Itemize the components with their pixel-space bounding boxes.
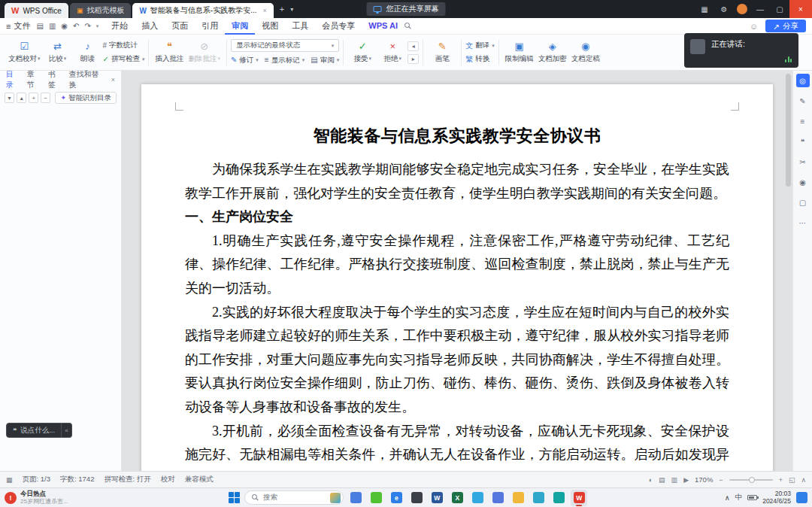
taskbar-search-box[interactable]: 搜索 bbox=[244, 490, 344, 505]
insert-comment-button[interactable]: ❝ 插入批注 bbox=[153, 37, 186, 68]
next-change-button[interactable]: ▸ bbox=[408, 54, 419, 64]
spellcheck-indicator[interactable]: 拼写检查: 打开 bbox=[104, 475, 150, 484]
chat-input[interactable]: ❝ 说点什么... bbox=[6, 423, 62, 438]
zoom-slider-thumb[interactable] bbox=[749, 477, 755, 483]
word-count-button[interactable]: # 字数统计 bbox=[103, 41, 145, 51]
print-icon[interactable]: ▥ bbox=[49, 22, 56, 30]
today-hotspot-widget[interactable]: ! 今日热点 25岁网红遭杀害... bbox=[5, 490, 96, 505]
search-icon[interactable] bbox=[404, 23, 411, 29]
outline-icon[interactable]: ≡ bbox=[796, 114, 810, 128]
tab-member[interactable]: 会员专享 bbox=[315, 18, 362, 35]
tab-review[interactable]: 审阅 bbox=[225, 18, 255, 35]
redo-icon[interactable]: ↷ bbox=[84, 22, 90, 30]
doc-proofread-button[interactable]: ☑ 文档校对▾ bbox=[6, 37, 43, 68]
accept-change-button[interactable]: ✓ 接受▾ bbox=[347, 37, 377, 68]
taskbar-app-11[interactable] bbox=[550, 490, 567, 506]
taskbar-app-5[interactable]: W bbox=[429, 490, 445, 506]
sidebar-tab-find-replace[interactable]: 查找和替换 bbox=[69, 69, 105, 90]
tab-insert[interactable]: 插入 bbox=[135, 18, 165, 35]
file-menu[interactable]: ≡ 文件 bbox=[6, 20, 30, 32]
collapse-chat-icon[interactable]: « bbox=[62, 423, 72, 438]
tab-tools[interactable]: 工具 bbox=[285, 18, 315, 35]
pen-icon[interactable]: ✎ bbox=[796, 94, 810, 108]
save-icon[interactable]: ▤ bbox=[36, 22, 43, 30]
taskbar-app-10[interactable] bbox=[530, 490, 547, 506]
feedback-icon[interactable]: ☺ bbox=[750, 22, 758, 31]
quick-tools-chevron-icon[interactable]: ▾ bbox=[96, 23, 99, 29]
taskbar-app-wps[interactable]: W bbox=[571, 490, 587, 506]
spell-check-button[interactable]: ✓ 拼写检查 ▾ bbox=[103, 54, 145, 65]
taskbar-app-9[interactable] bbox=[510, 490, 526, 506]
zoom-level[interactable]: 170% bbox=[695, 475, 713, 484]
preview-icon[interactable]: ◉ bbox=[61, 22, 68, 30]
tab-page[interactable]: 页面 bbox=[165, 18, 195, 35]
tab-view[interactable]: 视图 bbox=[255, 18, 285, 35]
close-button[interactable]: × bbox=[789, 0, 812, 18]
avatar[interactable] bbox=[737, 4, 747, 14]
comment-icon[interactable]: ❝ bbox=[796, 135, 810, 148]
tab-wps-home[interactable]: W WPS Office bbox=[5, 3, 68, 18]
sidebar-tab-contents[interactable]: 目录 bbox=[6, 69, 20, 90]
zoom-out-outline-button[interactable]: − bbox=[41, 93, 50, 103]
taskbar-app-1[interactable] bbox=[347, 490, 364, 506]
stamp-icon[interactable]: ◉ bbox=[796, 175, 810, 189]
shape-icon[interactable]: ▢ bbox=[796, 196, 810, 209]
more-icon[interactable]: ⋯ bbox=[796, 216, 810, 229]
show-markup-button[interactable]: ≡ 显示标记 ▾ bbox=[265, 55, 304, 65]
previous-change-button[interactable]: ◂ bbox=[408, 41, 419, 51]
convert-button[interactable]: 繁 转换 bbox=[465, 54, 495, 65]
tab-docer-templates[interactable]: ▣ 找稻壳模板 bbox=[70, 3, 132, 18]
share-button[interactable]: ↗ 分享 bbox=[765, 20, 806, 32]
expand-all-button[interactable]: ▴ bbox=[17, 93, 26, 103]
translate-button[interactable]: 文 翻译 ▾ bbox=[465, 41, 495, 51]
collapse-toolbar-icon[interactable]: ∧ bbox=[801, 476, 806, 484]
review-pane-button[interactable]: ▤ 审阅 ▾ bbox=[311, 55, 339, 65]
close-tab-icon[interactable]: × bbox=[263, 7, 267, 14]
minimize-button[interactable]: — bbox=[750, 0, 770, 18]
undo-icon[interactable]: ↶ bbox=[73, 22, 79, 30]
zoom-out-button[interactable]: − bbox=[719, 476, 723, 484]
compare-button[interactable]: ⇄ 比较▾ bbox=[43, 37, 73, 68]
locate-icon[interactable]: ◎ bbox=[796, 74, 810, 87]
zoom-slider[interactable] bbox=[729, 479, 773, 481]
tray-expand-icon[interactable]: ∧ bbox=[725, 493, 730, 502]
start-button[interactable] bbox=[227, 491, 241, 505]
gear-icon[interactable]: ⚙ bbox=[714, 0, 734, 18]
proofread-indicator[interactable]: 校对 bbox=[161, 475, 175, 484]
workspace-icon[interactable]: ▦ bbox=[695, 0, 714, 18]
battery-icon[interactable] bbox=[747, 495, 757, 500]
zoom-in-button[interactable]: + bbox=[779, 476, 783, 484]
taskbar-app-6[interactable]: X bbox=[449, 490, 465, 506]
markup-state-select[interactable]: 显示标记的最终状态 ▾ bbox=[231, 39, 339, 52]
tab-reference[interactable]: 引用 bbox=[195, 18, 225, 35]
tab-list-chevron-icon[interactable]: ▾ bbox=[290, 6, 293, 13]
new-tab-button[interactable]: + bbox=[280, 5, 284, 14]
encrypt-document-button[interactable]: ◈ 文档加密 bbox=[536, 37, 569, 68]
clock[interactable]: 20:03 2024/6/25 bbox=[762, 490, 791, 505]
close-sidebar-icon[interactable]: × bbox=[111, 76, 115, 83]
read-aloud-button[interactable]: ♪ 朗读 bbox=[73, 37, 103, 68]
reject-change-button[interactable]: × 拒绝▾ bbox=[377, 37, 408, 68]
search-highlight-icon[interactable] bbox=[330, 493, 341, 503]
taskbar-app-7[interactable] bbox=[469, 490, 486, 506]
pages-grid-icon[interactable]: ▦ bbox=[6, 476, 13, 484]
compat-mode-indicator[interactable]: 兼容模式 bbox=[185, 475, 214, 484]
ime-indicator[interactable]: 中 bbox=[735, 493, 743, 502]
smart-toc-button[interactable]: ✦ 智能识别目录 bbox=[55, 92, 117, 104]
notifications-icon[interactable] bbox=[796, 492, 807, 503]
eye-protection-icon[interactable]: ◐ bbox=[649, 476, 653, 484]
sidebar-tab-bookmarks[interactable]: 书签 bbox=[48, 69, 62, 90]
tab-current-document[interactable]: W 智能装备与信息系-实践教学安... × bbox=[132, 3, 273, 18]
taskbar-app-4[interactable] bbox=[408, 490, 425, 506]
restrict-editing-button[interactable]: ▣ 限制编辑 bbox=[503, 37, 536, 68]
tab-start[interactable]: 开始 bbox=[105, 18, 135, 35]
maximize-button[interactable]: ▢ bbox=[770, 0, 789, 18]
scissors-icon[interactable]: ✂ bbox=[796, 155, 810, 168]
vertical-scrollbar[interactable] bbox=[786, 74, 791, 187]
tab-wps-ai[interactable]: WPS AI bbox=[362, 18, 404, 35]
sidebar-tab-chapters[interactable]: 章节 bbox=[27, 69, 41, 90]
fullscreen-icon[interactable]: ◱ bbox=[789, 476, 795, 484]
page-view-icon[interactable]: ▤ bbox=[659, 476, 665, 484]
ink-pen-button[interactable]: ✎ 画笔 bbox=[427, 37, 457, 68]
track-changes-button[interactable]: ✎ 修订 ▾ bbox=[231, 55, 259, 65]
